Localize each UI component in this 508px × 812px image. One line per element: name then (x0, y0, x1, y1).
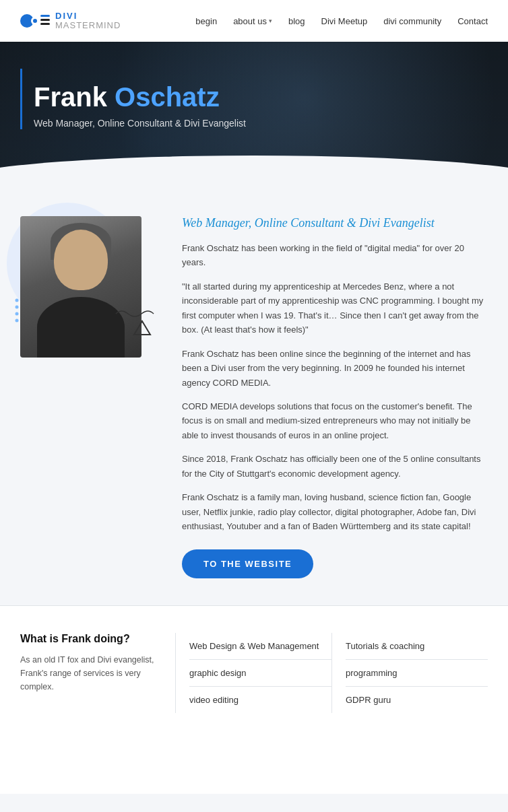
svg-rect-4 (40, 19, 50, 21)
service-item-gdpr: GDPR guru (346, 687, 488, 713)
service-item-web: Web Design & Web Management (189, 633, 331, 660)
svg-rect-3 (40, 15, 50, 17)
profile-text-col: Web Manager, Online Consultant & Divi Ev… (182, 216, 488, 578)
services-section: What is Frank doing? As an old IT fox an… (0, 605, 508, 740)
profile-para-1: Frank Oschatz has been working in the fi… (182, 241, 488, 270)
logo-icon (20, 9, 50, 32)
decorative-squiggle (115, 307, 155, 320)
chevron-down-icon: ▾ (269, 18, 272, 24)
nav-menu: begin about us ▾ blog Divi Meetup divi c… (195, 15, 488, 27)
hero-first-name: Frank (34, 82, 107, 112)
profile-para-6: Frank Oschatz is a family man, loving hu… (182, 490, 488, 533)
services-description: What is Frank doing? As an old IT fox an… (20, 633, 155, 713)
svg-point-12 (15, 312, 19, 316)
nav-item-meetup[interactable]: Divi Meetup (321, 15, 368, 27)
service-item-video: video editing (189, 687, 331, 713)
profile-section-title: Web Manager, Online Consultant & Divi Ev… (182, 216, 488, 230)
svg-point-9 (15, 306, 19, 309)
profile-photo-inner (20, 216, 141, 358)
photo-face (54, 230, 108, 290)
services-columns: Web Design & Web Management graphic desi… (175, 633, 488, 713)
logo-text: DIVI MASTERMIND (55, 11, 121, 31)
hero-content: Frank Oschatz Web Manager, Online Consul… (20, 82, 488, 129)
profile-para-5: Since 2018, Frank Oschatz has officially… (182, 452, 488, 481)
profile-inner: Web Manager, Online Consultant & Divi Ev… (20, 216, 488, 578)
contact-section: CONTACT Direkt Kontakt aufnehmen Jeden T… (0, 794, 508, 812)
navigation: DIVI MASTERMIND begin about us ▾ blog Di… (0, 0, 508, 42)
hero-name: Frank Oschatz (34, 82, 488, 112)
profile-section: Web Manager, Online Consultant & Divi Ev… (0, 182, 508, 605)
nav-item-about[interactable]: about us ▾ (233, 16, 272, 26)
svg-marker-18 (134, 321, 150, 335)
service-item-graphic: graphic design (189, 660, 331, 687)
logo-mastermind: MASTERMIND (55, 21, 121, 30)
profile-para-2: "It all started during my apprenticeship… (182, 279, 488, 337)
services-col-1: Web Design & Web Management graphic desi… (175, 633, 331, 713)
services-inner: What is Frank doing? As an old IT fox an… (20, 633, 488, 713)
photo-body (37, 297, 125, 358)
nav-item-community[interactable]: divi community (383, 15, 441, 27)
hero-subtitle: Web Manager, Online Consultant & Divi Ev… (34, 118, 488, 129)
nav-item-begin[interactable]: begin (195, 15, 217, 27)
decorative-triangle (133, 318, 152, 337)
nav-item-blog[interactable]: blog (288, 15, 305, 27)
spacer (0, 740, 508, 794)
hero-last-name: Oschatz (115, 82, 220, 112)
svg-point-6 (15, 299, 19, 302)
services-desc: As an old IT fox and Divi evangelist, Fr… (20, 653, 155, 693)
logo-divi: DIVI (55, 11, 121, 21)
service-item-programming: programming (346, 660, 488, 687)
profile-image-col (20, 216, 155, 358)
svg-point-15 (15, 319, 19, 323)
svg-point-2 (33, 19, 37, 23)
profile-para-4: CORD MEDIA develops solutions that focus… (182, 399, 488, 442)
to-website-button[interactable]: TO THE WEBSITE (182, 549, 313, 578)
services-heading: What is Frank doing? (20, 633, 155, 645)
profile-para-3: Frank Oschatz has been online since the … (182, 347, 488, 390)
logo[interactable]: DIVI MASTERMIND (20, 9, 121, 32)
svg-rect-5 (40, 23, 50, 25)
hero-section: Frank Oschatz Web Manager, Online Consul… (0, 42, 508, 182)
service-item-tutorials: Tutorials & coaching (346, 633, 488, 660)
nav-item-contact[interactable]: Contact (457, 15, 488, 27)
hero-bottom-wave (0, 156, 508, 182)
profile-photo (20, 216, 141, 358)
services-col-2: Tutorials & coaching programming GDPR gu… (331, 633, 488, 713)
